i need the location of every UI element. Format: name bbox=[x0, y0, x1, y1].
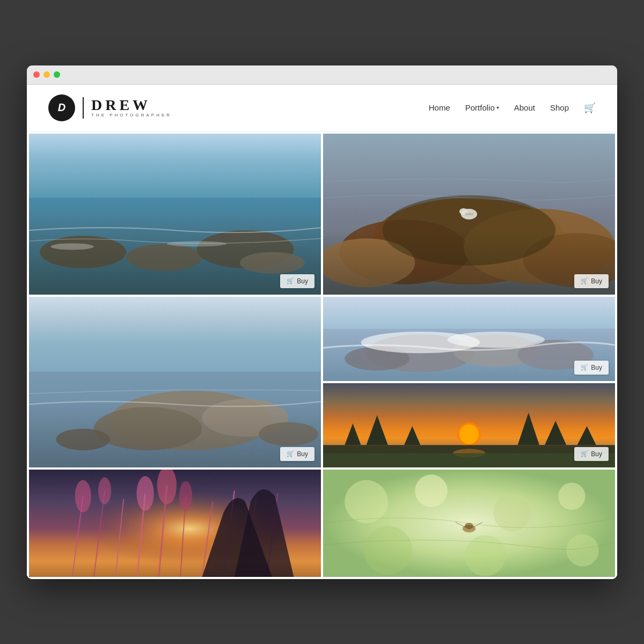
cart-small-icon-4: 🛒 bbox=[581, 364, 588, 371]
svg-point-5 bbox=[240, 252, 305, 273]
svg-point-65 bbox=[493, 493, 531, 531]
maximize-button[interactable] bbox=[54, 71, 60, 78]
cart-small-icon-3: 🛒 bbox=[287, 450, 294, 457]
photo-cell-1[interactable]: 🛒 Buy bbox=[29, 134, 321, 295]
nav-item-about[interactable]: About bbox=[514, 103, 535, 113]
buy-button-3[interactable]: 🛒 Buy bbox=[280, 447, 314, 461]
photo-cell-2[interactable]: 🛒 Buy bbox=[323, 134, 615, 295]
website: D DREW THE PHOTOGRAPHER Home Portfolio ▾ bbox=[27, 85, 617, 579]
svg-rect-17 bbox=[465, 213, 473, 215]
svg-point-24 bbox=[259, 422, 318, 445]
svg-point-2 bbox=[40, 236, 126, 268]
photo-cell-5[interactable] bbox=[29, 470, 321, 577]
minimize-button[interactable] bbox=[43, 71, 50, 78]
cart-icon[interactable]: 🛒 bbox=[584, 103, 596, 113]
svg-point-20 bbox=[110, 391, 272, 450]
svg-rect-18 bbox=[29, 297, 321, 372]
buy-button-2[interactable]: 🛒 Buy bbox=[574, 274, 609, 288]
nav-item-home[interactable]: Home bbox=[429, 103, 450, 113]
svg-rect-44 bbox=[323, 453, 615, 467]
nav-link-home[interactable]: Home bbox=[429, 103, 450, 112]
svg-point-7 bbox=[167, 241, 226, 246]
nav-item-cart[interactable]: 🛒 bbox=[584, 102, 596, 114]
photo-4-svg bbox=[323, 297, 615, 381]
svg-point-64 bbox=[415, 474, 447, 507]
browser-chrome bbox=[27, 65, 617, 85]
svg-point-14 bbox=[383, 195, 555, 265]
logo-sub-text: THE PHOTOGRAPHER bbox=[91, 113, 172, 118]
svg-point-35 bbox=[459, 424, 479, 443]
svg-point-67 bbox=[364, 526, 413, 575]
nav-links: Home Portfolio ▾ About Shop 🛒 bbox=[429, 102, 596, 114]
svg-point-32 bbox=[448, 331, 545, 347]
svg-rect-19 bbox=[29, 371, 321, 467]
svg-point-61 bbox=[179, 481, 192, 511]
svg-point-3 bbox=[126, 244, 202, 270]
cart-small-icon-6: 🛒 bbox=[581, 450, 588, 457]
cart-small-icon-1: 🛒 bbox=[287, 277, 294, 284]
nav-item-portfolio[interactable]: Portfolio ▾ bbox=[465, 103, 499, 112]
logo-main-text: DREW bbox=[91, 98, 172, 113]
photo-6-inner bbox=[323, 383, 615, 467]
navigation: D DREW THE PHOTOGRAPHER Home Portfolio ▾ bbox=[27, 85, 617, 131]
svg-point-12 bbox=[323, 238, 415, 287]
browser-window: D DREW THE PHOTOGRAPHER Home Portfolio ▾ bbox=[27, 65, 617, 579]
svg-point-4 bbox=[196, 230, 294, 268]
svg-point-66 bbox=[558, 482, 585, 509]
svg-point-69 bbox=[566, 534, 598, 566]
buy-button-6[interactable]: 🛒 Buy bbox=[574, 447, 609, 461]
nav-link-about[interactable]: About bbox=[514, 103, 535, 112]
photo-6-svg bbox=[323, 383, 615, 467]
photo-cell-6[interactable]: 🛒 Buy bbox=[323, 383, 615, 467]
svg-point-6 bbox=[50, 243, 94, 250]
svg-point-63 bbox=[345, 480, 388, 523]
svg-rect-1 bbox=[29, 197, 321, 294]
photo-7-inner bbox=[323, 470, 615, 577]
photo-7-svg bbox=[323, 470, 615, 577]
nav-item-shop[interactable]: Shop bbox=[550, 103, 569, 113]
photo-cell-7[interactable] bbox=[323, 470, 615, 577]
svg-point-21 bbox=[94, 407, 202, 450]
nav-link-portfolio[interactable]: Portfolio ▾ bbox=[465, 103, 499, 112]
svg-point-58 bbox=[98, 477, 111, 504]
svg-point-59 bbox=[136, 476, 153, 510]
chevron-down-icon: ▾ bbox=[496, 105, 499, 111]
svg-rect-25 bbox=[323, 297, 615, 329]
logo-icon: D bbox=[48, 94, 75, 121]
photo-4-inner bbox=[323, 297, 615, 381]
svg-point-22 bbox=[202, 399, 288, 437]
buy-button-4[interactable]: 🛒 Buy bbox=[574, 361, 609, 375]
photo-cell-3[interactable]: 🛒 Buy bbox=[29, 297, 321, 467]
photo-2-svg bbox=[323, 134, 615, 295]
svg-rect-0 bbox=[29, 134, 321, 198]
photo-1-svg bbox=[29, 134, 321, 295]
logo[interactable]: D DREW THE PHOTOGRAPHER bbox=[48, 94, 172, 121]
photo-5-inner bbox=[29, 470, 321, 577]
photo-3-inner bbox=[29, 297, 321, 467]
buy-button-1[interactable]: 🛒 Buy bbox=[280, 274, 314, 288]
svg-point-57 bbox=[75, 480, 91, 512]
photo-3-svg bbox=[29, 297, 321, 467]
svg-point-23 bbox=[56, 428, 110, 450]
photo-5-svg bbox=[29, 470, 321, 577]
photo-2-inner bbox=[323, 134, 615, 295]
nav-link-shop[interactable]: Shop bbox=[550, 103, 569, 112]
logo-text-block: DREW THE PHOTOGRAPHER bbox=[91, 98, 172, 118]
cart-small-icon-2: 🛒 bbox=[581, 277, 588, 284]
photo-1-inner bbox=[29, 134, 321, 295]
close-button[interactable] bbox=[33, 71, 40, 78]
logo-divider bbox=[83, 97, 84, 119]
photo-cell-4[interactable]: 🛒 Buy bbox=[323, 297, 615, 381]
